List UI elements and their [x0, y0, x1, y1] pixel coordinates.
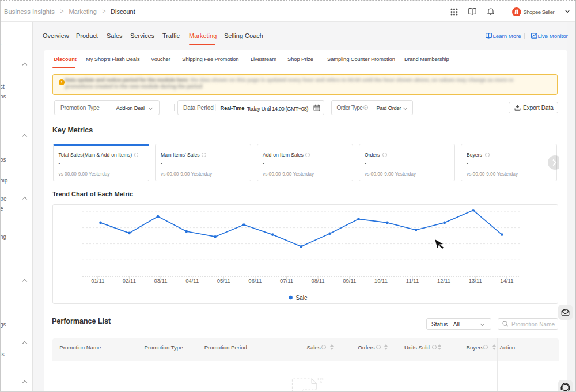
- svg-text:04/11: 04/11: [185, 277, 199, 284]
- svg-text:11/11: 11/11: [406, 277, 419, 284]
- svg-text:01/11: 01/11: [91, 277, 104, 284]
- svg-text:03/11: 03/11: [154, 277, 167, 284]
- svg-text:12/11: 12/11: [437, 277, 450, 284]
- svg-text:02/11: 02/11: [123, 277, 136, 284]
- svg-text:10/11: 10/11: [374, 277, 388, 284]
- svg-text:14/11: 14/11: [500, 277, 513, 284]
- svg-text:05/11: 05/11: [217, 277, 230, 284]
- svg-text:08/11: 08/11: [312, 277, 325, 284]
- svg-text:Sale: Sale: [296, 295, 308, 301]
- svg-text:06/11: 06/11: [248, 277, 262, 284]
- svg-text:09/11: 09/11: [343, 277, 356, 284]
- svg-text:13/11: 13/11: [469, 277, 482, 284]
- svg-text:07/11: 07/11: [280, 277, 293, 284]
